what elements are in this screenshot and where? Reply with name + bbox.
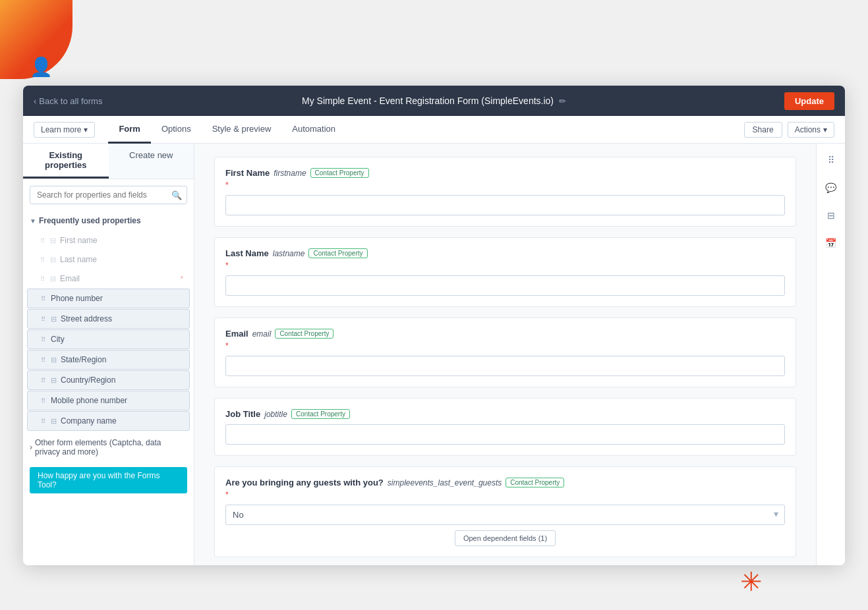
property-tabs: Existing properties Create new xyxy=(23,144,194,179)
feedback-bar[interactable]: How happy are you with the Forms Tool? xyxy=(30,467,187,493)
person-icon: 👤 xyxy=(30,56,53,78)
update-button[interactable]: Update xyxy=(784,92,834,110)
calendar-icon[interactable]: 📅 xyxy=(821,233,841,253)
form-field-guests: Are you bringing any guests with you? si… xyxy=(214,466,796,557)
field-type-icon: ⊟ xyxy=(50,275,56,283)
contact-property-badge: Contact Property xyxy=(506,478,564,487)
drag-handle-icon: ⠿ xyxy=(41,377,45,384)
drag-handle-icon: ⠿ xyxy=(41,295,45,302)
property-label: First name xyxy=(60,236,98,245)
orange-star-icon: ✳ xyxy=(740,567,763,597)
drag-handle-icon: ⠿ xyxy=(41,356,45,364)
form-field-email: Email email Contact Property * xyxy=(214,318,796,387)
drag-handle-icon: ⠿ xyxy=(40,237,45,244)
field-label-row: Are you bringing any guests with you? si… xyxy=(225,478,785,487)
contact-property-badge: Contact Property xyxy=(308,248,367,258)
field-api-name: email xyxy=(252,329,272,339)
back-chevron-icon: ‹ xyxy=(34,96,36,106)
form-field-lastname: Last Name lastname Contact Property * xyxy=(214,237,796,307)
property-label: Email xyxy=(60,274,80,283)
field-name: First Name xyxy=(225,168,270,178)
other-form-elements[interactable]: › Other form elements (Captcha, data pri… xyxy=(23,431,194,463)
chevron-down-icon: ▾ xyxy=(84,125,88,134)
section-header[interactable]: ▼ Frequently used properties xyxy=(23,211,194,231)
comment-icon[interactable]: 💬 xyxy=(821,178,841,198)
tab-automation[interactable]: Automation xyxy=(281,116,346,144)
list-item[interactable]: ⠿ City xyxy=(27,329,190,349)
field-label-row: First Name firstname Contact Property xyxy=(225,168,785,178)
field-type-icon: ⊟ xyxy=(50,236,56,245)
list-item[interactable]: ⠿ ⊟ Email * xyxy=(27,269,190,288)
property-label: Phone number xyxy=(51,294,103,303)
guests-select[interactable]: No Yes, 1 guest Yes, 2+ guests xyxy=(225,505,785,525)
list-item[interactable]: ⠿ ⊟ First name xyxy=(27,231,190,250)
email-input[interactable] xyxy=(225,356,785,376)
firstname-input[interactable] xyxy=(225,195,785,215)
required-marker: * xyxy=(181,275,183,283)
property-label: Country/Region xyxy=(61,375,115,385)
search-input[interactable] xyxy=(30,186,187,204)
list-item[interactable]: ⠿ ⊟ Last name xyxy=(27,250,190,269)
grid-icon[interactable]: ⠿ xyxy=(821,150,841,170)
contact-property-badge: Contact Property xyxy=(275,329,333,339)
select-wrapper: No Yes, 1 guest Yes, 2+ guests ▾ xyxy=(225,502,785,525)
back-link-label: Back to all forms xyxy=(39,96,102,106)
edit-icon[interactable]: ✏ xyxy=(559,96,566,106)
collapse-arrow-icon: ▼ xyxy=(30,217,36,225)
property-label: State/Region xyxy=(61,355,106,364)
chevron-down-icon: ▾ xyxy=(823,125,827,134)
property-label: Last name xyxy=(60,255,97,264)
actions-button[interactable]: Actions ▾ xyxy=(788,122,834,138)
main-content: Existing properties Create new 🔍 ▼ Frequ… xyxy=(23,144,845,565)
drag-handle-icon: ⠿ xyxy=(41,418,45,425)
contact-property-badge: Contact Property xyxy=(310,168,369,178)
navtabs-right: Share Actions ▾ xyxy=(744,122,834,138)
required-star: * xyxy=(225,180,785,190)
sidebar: Existing properties Create new 🔍 ▼ Frequ… xyxy=(23,144,194,565)
list-item[interactable]: ⠿ Mobile phone number xyxy=(27,391,190,410)
existing-properties-tab[interactable]: Existing properties xyxy=(23,144,109,179)
navtabs: Learn more ▾ Form Options Style & previe… xyxy=(23,116,845,144)
field-name: Last Name xyxy=(225,248,269,258)
search-icon: 🔍 xyxy=(171,190,182,200)
property-label: Street address xyxy=(61,314,112,323)
lastname-input[interactable] xyxy=(225,275,785,296)
drag-handle-icon: ⠿ xyxy=(40,256,45,263)
field-label-row: Last Name lastname Contact Property xyxy=(225,248,785,258)
field-api-name: simpleevents_last_event_guests xyxy=(388,478,502,487)
field-type-icon: ⊟ xyxy=(51,356,57,364)
list-item[interactable]: ⠿ Phone number xyxy=(27,289,190,308)
jobtitle-input[interactable] xyxy=(225,424,785,445)
tab-options[interactable]: Options xyxy=(151,116,202,144)
contact-property-badge: Contact Property xyxy=(291,409,350,419)
main-window: ‹ Back to all forms My Simple Event - Ev… xyxy=(23,86,845,565)
field-type-icon: ⊟ xyxy=(51,417,57,426)
required-star: * xyxy=(225,341,785,350)
share-button[interactable]: Share xyxy=(744,122,782,138)
layout-icon[interactable]: ⊟ xyxy=(821,206,841,225)
drag-handle-icon: ⠿ xyxy=(41,316,45,323)
list-item[interactable]: ⠿ ⊟ Company name xyxy=(27,411,190,431)
form-field-firstname: First Name firstname Contact Property * xyxy=(214,157,796,227)
expand-arrow-icon: › xyxy=(30,443,32,452)
form-field-jobtitle: Job Title jobtitle Contact Property xyxy=(214,398,796,456)
create-new-tab[interactable]: Create new xyxy=(109,144,194,179)
drag-handle-icon: ⠿ xyxy=(41,336,45,343)
field-label-row: Email email Contact Property xyxy=(225,329,785,339)
other-section-label: Other form elements (Captcha, data priva… xyxy=(35,438,187,457)
field-name: Job Title xyxy=(225,409,260,419)
list-item[interactable]: ⠿ ⊟ State/Region xyxy=(27,350,190,370)
field-name: Are you bringing any guests with you? xyxy=(225,478,384,487)
back-link[interactable]: ‹ Back to all forms xyxy=(34,96,102,106)
list-item[interactable]: ⠿ ⊟ Country/Region xyxy=(27,370,190,390)
drag-handle-icon: ⠿ xyxy=(40,275,45,283)
property-label: City xyxy=(51,335,65,344)
page-title: My Simple Event - Event Registration For… xyxy=(302,96,566,106)
learn-more-button[interactable]: Learn more ▾ xyxy=(34,122,95,138)
required-star: * xyxy=(225,261,785,270)
field-type-icon: ⊟ xyxy=(51,315,57,323)
dependent-fields-button[interactable]: Open dependent fields (1) xyxy=(455,530,556,546)
tab-form[interactable]: Form xyxy=(108,116,151,144)
list-item[interactable]: ⠿ ⊟ Street address xyxy=(27,309,190,329)
tab-style-preview[interactable]: Style & preview xyxy=(202,116,282,144)
